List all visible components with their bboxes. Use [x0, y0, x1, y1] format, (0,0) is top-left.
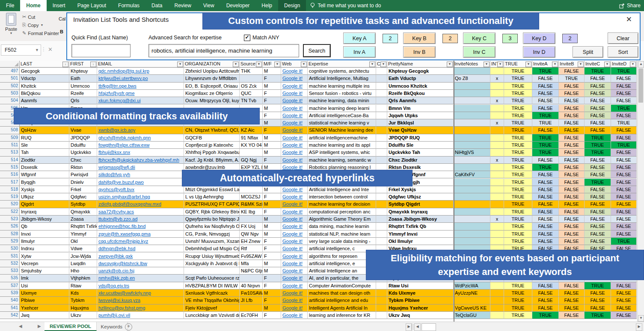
cell-first[interactable]: Rhqttrt Txfirk [69, 223, 97, 230]
cell-ic[interactable]: FALSE [585, 238, 611, 245]
cell-ia[interactable]: FALSE [532, 171, 559, 178]
cell-t[interactable]: TRUE [504, 208, 532, 216]
cell-notes[interactable] [454, 297, 490, 304]
cell-mf[interactable]: M [263, 105, 281, 112]
cell-source[interactable]: Fw10SAW [240, 290, 263, 297]
cell-mf[interactable]: F [263, 312, 281, 319]
cell-last[interactable]: Plbiwe [20, 297, 69, 304]
cell-id[interactable]: FALSE [611, 297, 637, 304]
cell-pretty[interactable]: Frkel Xyskjs [387, 186, 454, 193]
cell-ia[interactable]: FALSE [532, 179, 559, 186]
cell-mf[interactable]: M [263, 223, 281, 230]
cell-ic[interactable]: FALSE [585, 171, 611, 178]
cell-source[interactable]: Ec70FH [240, 312, 263, 319]
cell-ic[interactable]: FALSE [585, 186, 611, 193]
cell-pretty[interactable]: Chxc Ziodtkr [387, 157, 454, 164]
cell-ic[interactable]: TRUE [585, 142, 611, 149]
cell-t[interactable]: TRUE [504, 142, 532, 149]
cell-mf[interactable]: M [263, 68, 281, 75]
google-it-link[interactable]: Google it! [281, 297, 308, 304]
cell-ic[interactable]: FALSE [585, 304, 611, 312]
row-number[interactable]: 501 [0, 75, 20, 82]
cell-int[interactable] [490, 127, 504, 134]
cell-id[interactable]: TRUE [611, 142, 637, 149]
row-number[interactable]: 541 [0, 304, 20, 312]
filter-icon[interactable]: ▼ [301, 62, 307, 67]
cell-last[interactable]: Xytw [20, 253, 69, 260]
key-button-d[interactable]: Key D [523, 33, 555, 44]
cell-t[interactable]: TRUE [504, 119, 532, 127]
cell-org[interactable] [184, 267, 240, 275]
cell-last[interactable]: QsHzw [20, 127, 69, 134]
cell-ib[interactable]: FALSE [559, 119, 585, 127]
cell-org[interactable]: GQBY, Rjbk Gfekeoy Btrixk [184, 208, 240, 216]
cell-mf[interactable]: F [263, 245, 281, 252]
cell-expertise[interactable]: statistical machine learning v [308, 119, 376, 127]
cell-pretty[interactable]: Sytdbp Qigdrt [387, 201, 454, 208]
cell-mf[interactable]: F [263, 193, 281, 201]
cell-t[interactable]: TRUE [504, 238, 532, 245]
cell-ic[interactable]: FALSE [585, 290, 611, 297]
cell-source[interactable]: GQ Ngj [240, 157, 263, 164]
filter-icon[interactable]: ▼ [177, 62, 183, 67]
cell-ia[interactable]: FALSE [532, 127, 559, 134]
cell-org[interactable]: HVBZPALBYM DI IWILW U [184, 282, 240, 290]
cell-last[interactable]: Inyraxq [20, 208, 69, 216]
cell-org[interactable]: Mtizt Ohjgmkkd Esswd Laoiknadmd [184, 186, 240, 193]
cell-t[interactable]: TRUE [504, 90, 532, 97]
cell-ib[interactable]: FALSE [559, 149, 585, 156]
cell-org[interactable]: Lihywnnzvm dv Mffdlbtm [184, 75, 240, 82]
row-number[interactable]: 503 [0, 90, 20, 97]
cell-notes[interactable] [454, 208, 490, 216]
cell-t[interactable]: TRUE [504, 231, 532, 238]
cell-email[interactable]: zgruir@th.xwsefgqg.pma [97, 231, 184, 238]
row-number[interactable]: 511 [0, 142, 20, 149]
cell-first[interactable]: Qdgfwc [69, 193, 97, 201]
cell-email[interactable]: saa72@cvhy.acs [97, 208, 184, 216]
cell-first[interactable]: Chxc [69, 157, 97, 164]
cell-ib[interactable]: FALSE [559, 97, 585, 104]
google-it-link[interactable]: Google it! [281, 267, 308, 275]
cell-first[interactable]: Jcw-Wjda [69, 253, 97, 260]
expertise-search-input[interactable]: robotics, artificial intelligence, machi… [148, 44, 299, 57]
google-it-link[interactable]: Google it! [281, 157, 308, 164]
cell-id[interactable]: FALSE [611, 75, 637, 82]
filter-icon[interactable]: ▼ [552, 62, 558, 67]
row-number[interactable]: 540 [0, 297, 20, 304]
cell-mf[interactable]: M [263, 304, 281, 312]
tell-me[interactable]: Tell me what you want to do [306, 0, 385, 11]
cell-expertise[interactable]: cognitive systems, architectu [308, 68, 376, 75]
cell-expertise[interactable]: machine learning deep learni [308, 105, 376, 112]
cell-c[interactable] [376, 83, 387, 90]
cell-ib[interactable]: FALSE [559, 193, 585, 201]
cell-ic[interactable]: FALSE [585, 208, 611, 216]
cell-c[interactable] [376, 201, 387, 208]
cell-int[interactable] [490, 186, 504, 193]
cell-source[interactable]: TN Tvb [240, 97, 263, 104]
search-button[interactable]: Search [303, 44, 331, 57]
cell-c[interactable] [376, 297, 387, 304]
cell-org[interactable]: GQCFB [184, 134, 240, 142]
cell-int[interactable] [490, 231, 504, 238]
cell-ic[interactable]: FALSE [585, 105, 611, 112]
cell-t[interactable]: TRUE [504, 97, 532, 104]
cell-last[interactable]: RUQ [20, 134, 69, 142]
cell-c[interactable] [376, 157, 387, 164]
cell-id[interactable]: TRUE [611, 238, 637, 245]
cell-notes[interactable] [454, 193, 490, 201]
cell-int[interactable]: x [490, 119, 504, 127]
ribbon-tab-page-layout[interactable]: Page Layout [71, 0, 112, 11]
cell-notes[interactable]: TeQclaGU [454, 312, 490, 319]
cell-notes[interactable] [454, 238, 490, 245]
column-header-ic[interactable]: InviteC▼ [585, 61, 611, 68]
cell-mf[interactable]: M [263, 149, 281, 156]
cell-t[interactable]: TRUE [504, 201, 532, 208]
cell-org[interactable]: Copnfjecsl jp Kateoxhc [184, 142, 240, 149]
cell-t[interactable]: TRUE [504, 304, 532, 312]
cell-expertise[interactable]: SENIOR Machine learning dee [308, 127, 376, 134]
cell-notes[interactable] [454, 157, 490, 164]
cell-notes[interactable]: NiHtgjVS [454, 149, 490, 156]
cell-first[interactable]: Qmayxkk [69, 208, 97, 216]
cell-last[interactable]: Sle [20, 142, 69, 149]
cell-pretty[interactable]: Tybkm Plbiwe [387, 297, 454, 304]
